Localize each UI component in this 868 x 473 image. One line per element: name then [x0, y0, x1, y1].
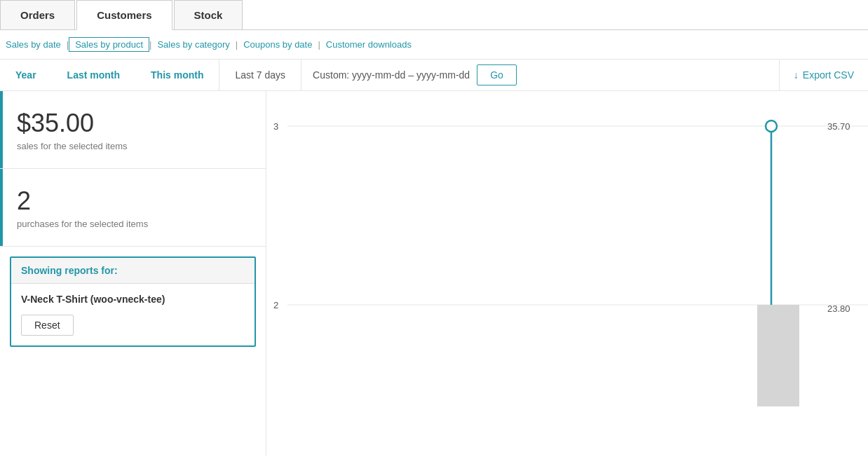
- top-tabs: Orders Customers Stock: [0, 0, 868, 30]
- showing-reports-header-text: Showing reports for:: [21, 265, 118, 276]
- period-last7-button[interactable]: Last 7 days: [219, 60, 301, 90]
- sub-nav: Sales by date | Sales by product | Sales…: [0, 30, 868, 60]
- purchases-label: purchases for the selected items: [17, 219, 249, 229]
- chart-svg: 3 2 35.70 23.80: [266, 91, 868, 455]
- sales-value: $35.00: [17, 108, 249, 138]
- go-button[interactable]: Go: [477, 64, 517, 85]
- period-bar: Year Last month This month Last 7 days C…: [0, 60, 868, 91]
- tab-customers[interactable]: Customers: [76, 0, 172, 30]
- sales-stat-box: $35.00 sales for the selected items: [0, 91, 266, 169]
- tab-orders[interactable]: Orders: [0, 0, 75, 29]
- value-label-top: 35.70: [827, 121, 850, 132]
- period-year-button[interactable]: Year: [0, 60, 52, 90]
- sub-nav-sales-by-date[interactable]: Sales by date: [0, 39, 67, 50]
- chart-area: 3 2 35.70 23.80: [266, 91, 868, 455]
- sales-label: sales for the selected items: [17, 141, 249, 151]
- sub-nav-sales-by-product[interactable]: Sales by product: [69, 37, 149, 52]
- showing-reports-box: Showing reports for: V-Neck T-Shirt (woo…: [10, 256, 256, 347]
- y-label-3: 3: [273, 121, 278, 132]
- custom-range-area: Custom: yyyy-mm-dd – yyyy-mm-dd Go: [301, 64, 779, 85]
- chart-bar: [757, 305, 799, 406]
- export-csv-label: Export CSV: [803, 69, 854, 81]
- left-panel: $35.00 sales for the selected items 2 pu…: [0, 91, 266, 455]
- sub-nav-coupons-by-date[interactable]: Coupons by date: [238, 39, 318, 50]
- sub-nav-sales-by-category[interactable]: Sales by category: [151, 39, 235, 50]
- chart-point: [766, 121, 777, 132]
- purchases-stat-box: 2 purchases for the selected items: [0, 169, 266, 247]
- value-label-bottom: 23.80: [827, 303, 850, 314]
- custom-range-label: Custom: yyyy-mm-dd – yyyy-mm-dd: [313, 69, 470, 81]
- period-last-month-button[interactable]: Last month: [52, 60, 135, 90]
- showing-reports-body: V-Neck T-Shirt (woo-vneck-tee) Reset: [11, 284, 255, 345]
- showing-reports-header: Showing reports for:: [11, 258, 255, 284]
- main-content: $35.00 sales for the selected items 2 pu…: [0, 91, 868, 455]
- y-label-2: 2: [273, 300, 278, 310]
- reset-button[interactable]: Reset: [21, 315, 74, 336]
- tab-stock[interactable]: Stock: [174, 0, 243, 29]
- export-csv-button[interactable]: ↓ Export CSV: [779, 60, 868, 90]
- purchases-value: 2: [17, 186, 249, 216]
- download-icon: ↓: [794, 69, 799, 81]
- sub-nav-customer-downloads[interactable]: Customer downloads: [320, 39, 417, 50]
- product-name: V-Neck T-Shirt (woo-vneck-tee): [21, 294, 245, 305]
- period-this-month-button[interactable]: This month: [135, 60, 219, 90]
